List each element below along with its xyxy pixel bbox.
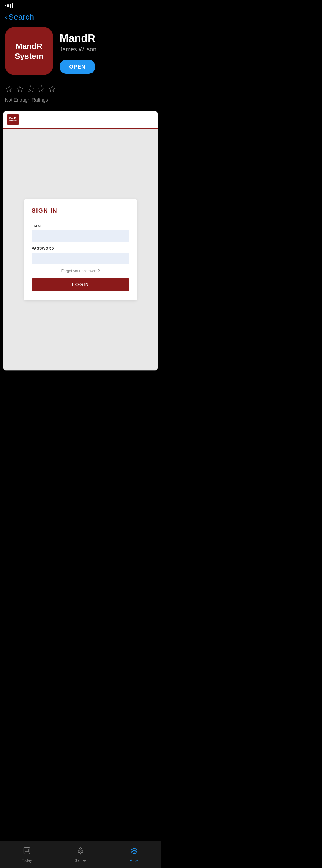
app-title: MandR [60, 32, 96, 44]
signal-bar-4 [12, 3, 13, 8]
ratings-label: Not Enough Ratings [5, 97, 156, 103]
games-icon [76, 847, 84, 857]
preview-header: MandRSystem [3, 111, 157, 129]
star-5: ☆ [48, 83, 56, 95]
star-2: ☆ [15, 83, 24, 95]
apps-icon [130, 847, 138, 857]
status-bar [0, 0, 161, 10]
tab-today[interactable]: Today [0, 847, 54, 863]
password-label: PASSWORD [32, 246, 129, 250]
svg-rect-1 [25, 849, 29, 851]
email-input[interactable] [32, 230, 129, 242]
app-hero: MandRSystem MandR James Wilson OPEN [0, 27, 161, 83]
back-label: Search [8, 12, 34, 22]
app-meta: MandR James Wilson OPEN [60, 27, 96, 73]
svg-point-3 [80, 850, 81, 851]
ratings-section: ☆ ☆ ☆ ☆ ☆ Not Enough Ratings [0, 83, 161, 111]
games-label: Games [74, 858, 86, 863]
open-button[interactable]: OPEN [60, 60, 95, 73]
preview-body: SIGN IN EMAIL PASSWORD Forgot your passw… [3, 129, 157, 370]
apps-label: Apps [130, 858, 139, 863]
email-label: EMAIL [32, 224, 129, 228]
forgot-password-link[interactable]: Forgot your password? [32, 269, 129, 273]
preview-frame: MandRSystem SIGN IN EMAIL PASSWORD Forgo… [3, 111, 158, 371]
today-label: Today [22, 858, 32, 863]
star-3: ☆ [26, 83, 35, 95]
signal-bar-2 [7, 4, 9, 7]
star-1: ☆ [5, 83, 13, 95]
tab-games[interactable]: Games [54, 847, 107, 863]
signin-card: SIGN IN EMAIL PASSWORD Forgot your passw… [24, 199, 137, 300]
tab-apps[interactable]: Apps [107, 847, 161, 863]
stars-row: ☆ ☆ ☆ ☆ ☆ [5, 83, 156, 95]
signin-title: SIGN IN [32, 207, 129, 218]
back-nav[interactable]: ‹ Search [0, 10, 161, 27]
app-icon-text: MandRSystem [11, 38, 47, 64]
app-author: James Wilson [60, 46, 96, 53]
preview-logo: MandRSystem [7, 114, 19, 125]
signal-bar-1 [5, 5, 6, 6]
star-4: ☆ [37, 83, 46, 95]
tab-bar: Today Games Apps [0, 841, 161, 868]
signal-bar-3 [10, 4, 11, 7]
today-icon [23, 847, 31, 857]
login-button[interactable]: LOGIN [32, 278, 129, 291]
preview-logo-text: MandRSystem [9, 117, 16, 122]
back-chevron-icon: ‹ [5, 13, 7, 21]
app-icon: MandRSystem [5, 27, 53, 75]
password-input[interactable] [32, 252, 129, 264]
